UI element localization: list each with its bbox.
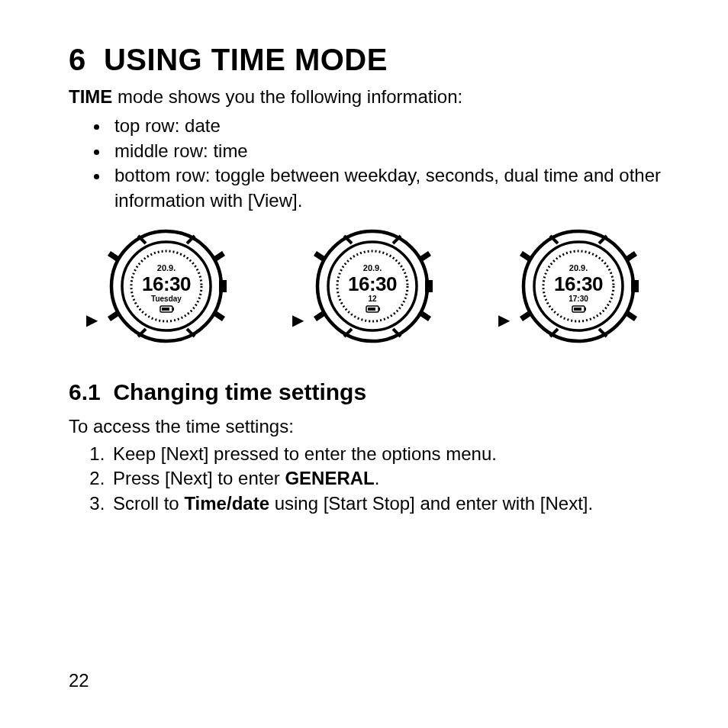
mode-name: TIME [69,86,112,107]
watch-svg: 20.9. 16:30 17:30 [514,227,643,349]
list-item: Press [Next] to enter GENERAL. [110,466,668,491]
intro-rest: mode shows you the following information… [112,86,462,107]
watch-2: ▶ 20.9. 16:30 12 [292,227,445,356]
list-item: Scroll to Time/date using [Start Stop] a… [110,491,668,516]
list-item: middle row: time [110,139,668,163]
list-item: Keep [Next] pressed to enter the options… [110,442,668,466]
section-number: 6.1 [69,379,101,404]
chapter-number: 6 [69,43,86,76]
chapter-title: USING TIME MODE [104,43,388,76]
steps-list: Keep [Next] pressed to enter the options… [69,442,668,516]
page-number: 22 [69,670,89,691]
step-bold: Time/date [184,493,269,514]
pointer-icon: ▶ [86,312,98,327]
step-bold: GENERAL [285,468,374,488]
pointer-icon: ▶ [498,312,510,327]
watch-svg: 20.9. 16:30 12 [308,227,437,349]
svg-rect-11 [368,308,375,311]
svg-rect-4 [172,308,174,311]
svg-rect-10 [378,308,380,311]
watch-illustrations: ▶ 20.9. 16:30 Tuesday [69,227,668,356]
watch-time: 16:30 [554,272,603,295]
list-item: top row: date [110,114,668,138]
watch-bottom: 12 [368,295,377,303]
watch-date: 20.9. [157,263,176,272]
section-lead: To access the time settings: [69,416,668,437]
watch-1: ▶ 20.9. 16:30 Tuesday [86,227,239,356]
step-text: Press [Next] to enter [113,468,285,488]
watch-time: 16:30 [348,272,397,295]
list-item: bottom row: toggle between weekday, seco… [110,163,668,213]
chapter-heading: 6 USING TIME MODE [69,43,668,77]
step-text: . [375,468,380,488]
pointer-icon: ▶ [292,312,304,327]
watch-date: 20.9. [569,263,588,272]
svg-rect-5 [162,308,169,311]
watch-svg: 20.9. 16:30 Tuesday [101,227,231,349]
watch-bottom: Tuesday [151,295,182,303]
svg-rect-16 [585,308,586,311]
row-list: top row: date middle row: time bottom ro… [69,114,668,213]
manual-page: 6 USING TIME MODE TIME mode shows you th… [0,0,728,728]
intro-paragraph: TIME mode shows you the following inform… [69,85,668,109]
watch-3: ▶ 20.9. 16:30 17:30 [498,227,651,356]
section-heading: 6.1 Changing time settings [69,379,668,405]
step-text: Scroll to [113,493,184,514]
watch-date: 20.9. [363,263,382,272]
watch-bottom: 17:30 [569,295,588,303]
step-text: using [Start Stop] and enter with [Next]… [269,493,593,514]
watch-time: 16:30 [142,272,191,295]
svg-rect-17 [574,308,581,311]
section-title: Changing time settings [113,379,366,404]
